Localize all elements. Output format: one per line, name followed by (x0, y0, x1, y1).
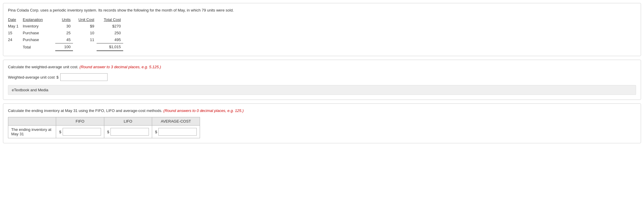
row1-unit-cost: $9 (73, 23, 97, 30)
total-unit-cost-blank (73, 43, 97, 51)
header-unit-cost: Unit Cost (73, 17, 97, 23)
weighted-avg-dollar: $ (56, 75, 58, 79)
methods-header-row: FIFO LIFO AVERAGE-COST (8, 117, 200, 126)
methods-avg-header: AVERAGE-COST (152, 117, 200, 126)
row3-explanation: Purchase (23, 36, 55, 43)
lifo-dollar: $ (107, 130, 109, 134)
row2-total-cost: 250 (97, 30, 123, 36)
fifo-dollar: $ (59, 130, 61, 134)
avg-cost-cell: $ (152, 126, 200, 138)
fifo-cell: $ (56, 126, 104, 138)
row3-date: 24 (8, 36, 23, 43)
etextbook-bar[interactable]: eTextbook and Media (8, 85, 636, 95)
row3-units: 45 (55, 36, 73, 43)
weighted-avg-input-row: Weighted-average unit cost $ (8, 73, 636, 81)
row2-units: 25 (55, 30, 73, 36)
total-units: 100 (55, 43, 73, 51)
ending-inventory-section: Calculate the ending inventory at May 31… (3, 103, 641, 143)
avg-cost-input[interactable] (158, 128, 197, 136)
inventory-section: Pina Colada Corp. uses a periodic invent… (3, 3, 641, 56)
table-row: 24 Purchase 45 11 495 (8, 36, 123, 43)
weighted-average-section: Calculate the weighted-average unit cost… (3, 60, 641, 100)
row1-date: May 1 (8, 23, 23, 30)
table-row: 15 Purchase 25 10 250 (8, 30, 123, 36)
table-row: May 1 Inventory 30 $9 $270 (8, 23, 123, 30)
total-row: Total 100 $1,015 (8, 43, 123, 51)
lifo-input-group: $ (107, 128, 149, 136)
inventory-table: Date Explanation Units Unit Cost Total C… (8, 17, 123, 51)
fifo-input-group: $ (59, 128, 101, 136)
total-date (8, 43, 23, 51)
section3-instruction: Calculate the ending inventory at May 31… (8, 108, 636, 113)
row1-total-cost: $270 (97, 23, 123, 30)
row3-total-cost: 495 (97, 36, 123, 43)
section2-instruction-text: Calculate the weighted-average unit cost… (8, 65, 79, 69)
intro-text: Pina Colada Corp. uses a periodic invent… (8, 8, 636, 12)
header-date: Date (8, 17, 23, 23)
avg-cost-dollar: $ (155, 130, 157, 134)
row3-unit-cost: 11 (73, 36, 97, 43)
fifo-input[interactable] (63, 128, 101, 136)
header-units: Units (55, 17, 73, 23)
methods-blank-header (8, 117, 56, 126)
methods-table: FIFO LIFO AVERAGE-COST The ending invent… (8, 117, 200, 138)
methods-lifo-header: LIFO (104, 117, 152, 126)
row2-unit-cost: 10 (73, 30, 97, 36)
methods-data-row: The ending inventory at May 31 $ $ $ (8, 126, 200, 138)
row1-units: 30 (55, 23, 73, 30)
section3-instruction-red: (Round answers to 0 decimal places, e.g.… (163, 108, 244, 113)
row2-explanation: Purchase (23, 30, 55, 36)
section2-instruction-red: (Round answer to 3 decimal places, e.g. … (79, 65, 161, 69)
row2-date: 15 (8, 30, 23, 36)
total-label: Total (23, 43, 55, 51)
ending-inventory-label: The ending inventory at May 31 (8, 126, 56, 138)
weighted-avg-label: Weighted-average unit cost (8, 75, 55, 79)
header-explanation: Explanation (23, 17, 55, 23)
section3-instruction-text: Calculate the ending inventory at May 31… (8, 108, 163, 113)
total-cost: $1,015 (97, 43, 123, 51)
lifo-cell: $ (104, 126, 152, 138)
methods-fifo-header: FIFO (56, 117, 104, 126)
section2-instruction: Calculate the weighted-average unit cost… (8, 65, 636, 69)
avg-cost-input-group: $ (155, 128, 197, 136)
etextbook-label: eTextbook and Media (12, 88, 48, 92)
lifo-input[interactable] (110, 128, 149, 136)
row1-explanation: Inventory (23, 23, 55, 30)
header-total-cost: Total Cost (97, 17, 123, 23)
weighted-avg-input[interactable] (60, 73, 108, 81)
